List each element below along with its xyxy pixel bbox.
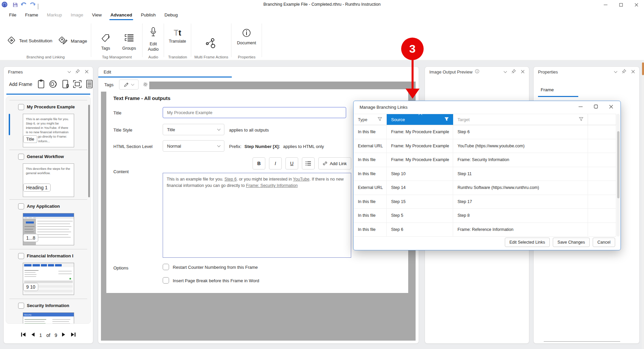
dialog-scrollbar[interactable] [616,114,620,237]
first-page-icon[interactable] [21,332,26,338]
menu-file[interactable]: File [5,10,21,19]
content-link-step6[interactable]: Step 6 [224,177,236,182]
window-close-button[interactable] [629,0,644,9]
dialog-close-button[interactable] [609,104,613,110]
dialog-title: Manage Branching Links [360,105,408,110]
edit-selected-links-button[interactable]: Edit Selected Links [505,238,550,247]
annotation-arrow-stem [412,59,414,89]
add-device-frame-icon[interactable] [61,80,69,90]
properties-divider [544,341,620,342]
properties-tab-frame[interactable]: Frame [541,87,554,92]
insert-page-break-checkbox[interactable] [163,277,169,284]
branch-link-row[interactable]: In this fileStep 6Frame: Reference Infor… [354,223,616,237]
list-button[interactable] [302,157,315,169]
underline-button[interactable]: U [285,157,298,169]
frame-checkbox[interactable] [18,104,24,110]
window-scrollbar-thumb[interactable] [642,62,644,75]
title-input[interactable] [163,107,346,118]
menu-debug[interactable]: Debug [160,10,182,19]
pin-icon[interactable] [622,69,626,74]
dialog-scrollbar-thumb[interactable] [617,131,620,198]
bold-button[interactable]: B [253,157,265,169]
menu-frame[interactable]: Frame [21,10,43,19]
edit-audio-label: Edit Audio [147,41,160,52]
frame-selected-indicator [9,114,10,135]
frame-checkbox[interactable] [18,154,24,160]
frame-item-security-information[interactable]: Security Information Security [9,299,87,324]
window-scrollbar[interactable] [642,61,644,349]
column-header-type[interactable]: Type [354,114,387,125]
save-changes-button[interactable]: Save Changes [553,238,590,247]
frames-list-scrollbar[interactable] [88,105,90,197]
title-style-dropdown[interactable]: Title [163,124,224,135]
manage-button[interactable]: Manage [58,36,87,47]
window-minimize-button[interactable] [598,0,613,9]
close-icon[interactable] [521,69,525,74]
column-header-source[interactable]: Source [387,114,453,125]
tags-button[interactable]: Tags [96,33,115,51]
add-capture-frame-icon[interactable] [73,80,82,90]
branch-link-row[interactable]: In this fileFrame: My Procedure ExampleF… [354,153,616,167]
last-page-icon[interactable] [70,332,76,338]
html-section-level-dropdown[interactable]: Normal [163,140,224,152]
frame-item-my-procedure-example[interactable]: My Procedure Example This is an example … [9,100,87,150]
tag-pencil-button[interactable] [119,80,139,90]
document-properties-button[interactable]: Document [235,28,258,45]
translate-button[interactable]: Tt Translate [166,29,189,44]
add-text-frame-icon[interactable] [37,80,45,90]
record-frame-icon[interactable] [49,80,58,90]
branch-link-row[interactable]: In this fileStep 5Step 8 [354,209,616,223]
add-link-button[interactable]: Add Link [318,157,351,169]
frame-tab-underline [538,96,578,97]
filter-icon[interactable] [579,117,583,122]
multi-frame-actions-button[interactable] [205,37,217,50]
branch-link-row[interactable]: In this fileStep 10Step 11 [354,167,616,181]
dialog-maximize-button[interactable] [594,104,598,110]
menu-view[interactable]: View [88,10,106,19]
branch-link-row[interactable]: In this fileFrame: My Procedure ExampleS… [354,125,616,139]
filter-icon[interactable] [378,117,382,122]
prefix-value: Step Number [X]: [245,144,280,149]
cancel-button[interactable]: Cancel [593,238,615,247]
frame-item-general-workflow[interactable]: General Workflow This describes the step… [9,150,87,199]
content-link-security-frame[interactable]: Frame: Security Information [246,183,298,188]
menu-advanced[interactable]: Advanced [106,10,137,19]
close-icon[interactable] [85,69,89,74]
branch-link-row[interactable]: External URLFrame: My Procedure ExampleY… [354,139,616,153]
frame-checkbox[interactable] [18,303,24,309]
content-editor[interactable]: This is an example file for you. Step 6.… [163,173,351,258]
frame-checkbox[interactable] [18,203,24,209]
next-page-icon[interactable] [62,332,66,338]
edit-audio-button[interactable]: Edit Audio [144,27,162,52]
chevron-down-icon[interactable] [68,70,71,73]
frame-item-any-application[interactable]: Any Application 1...8 [9,199,87,249]
window-maximize-button[interactable] [613,0,629,9]
pin-icon[interactable] [512,69,516,74]
content-link-youtube[interactable]: YouTube [293,177,309,182]
filter-icon[interactable] [444,117,449,122]
branch-link-row[interactable]: External URLStep 14Runthru Software (htt… [354,181,616,195]
italic-button[interactable]: I [269,157,282,169]
close-icon[interactable] [631,69,635,74]
gear-icon[interactable] [143,82,148,89]
frame-thumbnail: Security [23,312,74,324]
diamond-pencil-icon [58,36,68,47]
groups-button[interactable]: Groups [119,33,139,51]
menu-publish[interactable]: Publish [137,10,160,19]
branch-link-row[interactable]: In this fileStep 15Step 17 [354,195,616,209]
frame-checkbox[interactable] [18,253,24,259]
add-document-frame-icon[interactable] [86,80,93,90]
chevron-down-icon[interactable] [504,70,507,73]
column-header-target[interactable]: Target [453,114,588,125]
total-pages-number: 9 [55,333,57,338]
tab-edit[interactable]: Edit [104,69,111,74]
previous-page-icon[interactable] [31,332,35,338]
dialog-minimize-button[interactable] [579,104,583,110]
text-substitution-button[interactable]: Text Substitution [7,36,52,46]
add-link-label: Add Link [330,161,347,166]
pin-icon[interactable] [75,69,80,74]
restart-counter-checkbox[interactable] [163,264,169,270]
frame-item-financial-information[interactable]: Financial Information I 9 10 [9,249,87,299]
chevron-down-icon[interactable] [614,70,618,73]
page-of-label: of [46,333,50,338]
